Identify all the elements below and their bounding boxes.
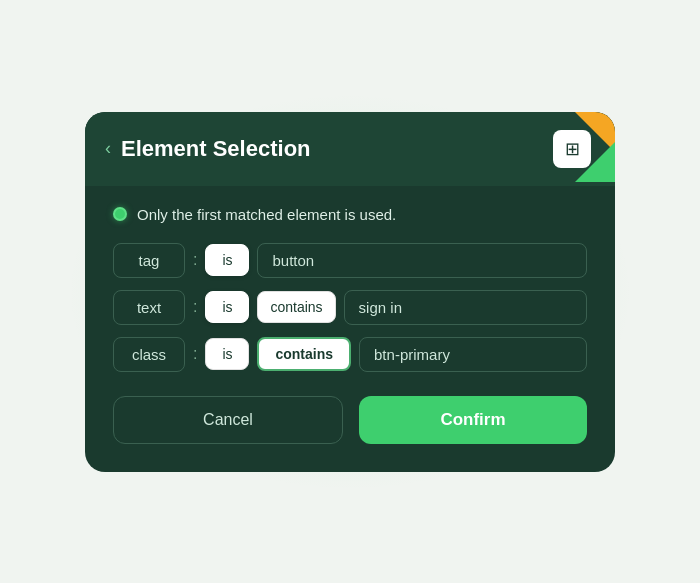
colon-2: : [193,298,197,316]
filter-row-class: class : is contains btn-primary [113,337,587,372]
colon-1: : [193,251,197,269]
operator-contains-2[interactable]: contains [257,291,335,323]
operator-contains-3[interactable]: contains [257,337,351,371]
element-selection-dialog: ‹ Element Selection ⊞ Only the first mat… [85,112,615,472]
operator-is-3[interactable]: is [205,338,249,370]
value-btn-primary[interactable]: btn-primary [359,337,587,372]
field-tag[interactable]: tag [113,243,185,278]
colon-3: : [193,345,197,363]
header-icon-button[interactable]: ⊞ [553,130,591,168]
value-button[interactable]: button [257,243,587,278]
filter-row-tag: tag : is button [113,243,587,278]
dialog-wrapper: ‹ Element Selection ⊞ Only the first mat… [85,112,615,472]
cancel-button[interactable]: Cancel [113,396,343,444]
field-class[interactable]: class [113,337,185,372]
operator-is-1[interactable]: is [205,244,249,276]
operator-is-2[interactable]: is [205,291,249,323]
header-left: ‹ Element Selection [105,136,311,162]
action-buttons: Cancel Confirm [85,396,615,444]
dialog-header: ‹ Element Selection ⊞ [85,112,615,186]
filter-rows: tag : is button text : is contains sign … [85,239,615,396]
bookmark-icon: ⊞ [565,138,580,160]
value-sign-in[interactable]: sign in [344,290,587,325]
confirm-button[interactable]: Confirm [359,396,587,444]
status-dot [113,207,127,221]
filter-row-text: text : is contains sign in [113,290,587,325]
dialog-title: Element Selection [121,136,311,162]
back-button[interactable]: ‹ [105,138,111,159]
info-row: Only the first matched element is used. [85,186,615,239]
info-message: Only the first matched element is used. [137,206,396,223]
field-text[interactable]: text [113,290,185,325]
